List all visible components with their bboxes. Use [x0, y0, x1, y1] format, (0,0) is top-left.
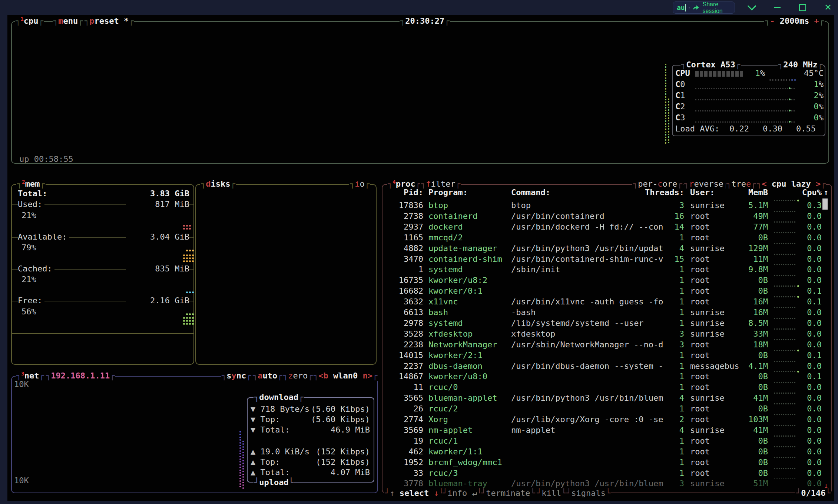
- sort-next-icon[interactable]: >: [816, 179, 821, 189]
- footer-kill-button[interactable]: ┘kill└: [536, 488, 567, 498]
- process-pid: 462: [382, 446, 423, 457]
- preset-button[interactable]: ┐preset *┌: [84, 16, 134, 26]
- process-program: xfdesktop: [428, 328, 473, 339]
- process-row[interactable]: 3569nm-appletnm-applet4sunrise41M0.0: [0, 425, 832, 435]
- process-user: root: [690, 350, 710, 361]
- process-row[interactable]: 2237dbus-daemon/usr/bin/dbus-daemon --sy…: [0, 361, 832, 371]
- process-cpu: 0.0: [793, 328, 822, 339]
- process-cpu: 0.3: [793, 200, 822, 211]
- proc-reverse-toggle[interactable]: ┐reverse┌: [683, 179, 729, 189]
- process-row[interactable]: 16735kworker/u8:21root0B0.0: [0, 275, 832, 286]
- sort-prev-icon[interactable]: <: [762, 179, 766, 189]
- process-mem-graph: [774, 414, 795, 415]
- process-program: nm-applet: [428, 425, 473, 435]
- proc-box-title[interactable]: ┐4proc┌: [387, 179, 421, 189]
- update-interval-control[interactable]: ┐- 2000ms +┌: [764, 16, 825, 26]
- disks-box-title[interactable]: ┐disks┌: [200, 179, 236, 189]
- share-session-label: Share session: [702, 1, 731, 14]
- net-auto-toggle[interactable]: ┐auto┌: [252, 371, 283, 381]
- core-usage-graph: [695, 88, 795, 89]
- proc-filter-button[interactable]: ┐filter┌: [420, 179, 461, 189]
- net-sync-toggle[interactable]: ┐sync┌: [221, 371, 252, 381]
- footer-info-button[interactable]: ┘info ↵└: [442, 488, 483, 498]
- process-cpu: 0.0: [793, 435, 822, 446]
- process-user: root: [690, 264, 710, 275]
- share-session-button[interactable]: au Share session: [673, 1, 735, 14]
- process-row[interactable]: 4882update-manager/usr/bin/python3 /usr/…: [0, 243, 832, 254]
- window-maximize-icon[interactable]: [797, 2, 808, 13]
- process-row[interactable]: 11rcuc/01root0B0.0: [0, 382, 832, 393]
- process-mem: 41M: [729, 425, 768, 435]
- net-zero-toggle[interactable]: ┐zero┌: [282, 371, 314, 381]
- process-mem: 11M: [729, 254, 768, 264]
- process-mem: 9.8M: [729, 264, 768, 275]
- process-mem: 0B: [729, 382, 768, 393]
- process-pid: 2238: [382, 339, 423, 350]
- process-user: sunrise: [690, 200, 725, 211]
- window-menu-chevron-icon[interactable]: [746, 2, 757, 13]
- disks-io-toggle[interactable]: ┐io┌: [349, 179, 370, 189]
- process-threads: 1: [652, 286, 684, 296]
- process-row[interactable]: 3528xfdesktopxfdesktop3sunrise33M0.0: [0, 328, 832, 339]
- interval-decrease-icon[interactable]: -: [770, 16, 780, 26]
- process-user: root: [690, 446, 710, 457]
- proc-sort-selector[interactable]: ┐< cpu lazy >┌: [756, 179, 826, 189]
- process-row[interactable]: 2238NetworkManager/usr/sbin/NetworkManag…: [0, 339, 832, 350]
- proc-selection-count: ┘0/146└: [795, 488, 831, 498]
- footer-select-control[interactable]: ┘↑ select ↓└: [384, 488, 444, 498]
- footer-signals-button[interactable]: ┘signals└: [566, 488, 611, 498]
- process-row[interactable]: 6613bash-bash1sunrise16M0.0: [0, 307, 832, 318]
- process-threads: 16: [652, 211, 684, 221]
- process-row[interactable]: 17836btopbtop3sunrise5.1M0.3: [0, 200, 832, 211]
- net-interface-switcher[interactable]: ┐<b wlan0 n>┌: [313, 371, 378, 381]
- process-pid: 11: [382, 382, 423, 393]
- proc-percore-toggle[interactable]: ┐per-core┌: [632, 179, 683, 189]
- cpu-box-title[interactable]: ┐1cpu┌: [15, 16, 44, 26]
- window-minimize-icon[interactable]: [772, 2, 783, 13]
- process-program: containerd-shim: [428, 254, 502, 264]
- process-pid: 2738: [382, 211, 423, 221]
- process-row[interactable]: 1systemd/sbin/init1root9.8M0.0: [0, 264, 832, 275]
- process-command: /usr/bin/python3 /usr/bin/bluem: [511, 393, 663, 403]
- process-row[interactable]: 1165mmcqd/21root0B0.0: [0, 232, 832, 243]
- process-row[interactable]: 2937dockerd/usr/bin/dockerd -H fd:// --c…: [0, 221, 832, 232]
- process-mem-graph: [774, 328, 795, 330]
- process-row[interactable]: 2774Xorg/usr/lib/xorg/Xorg -core :0 -se2…: [0, 414, 832, 425]
- process-user: root: [690, 232, 710, 243]
- process-row[interactable]: 3565blueman-applet/usr/bin/python3 /usr/…: [0, 393, 832, 403]
- core-percent: 2%: [801, 90, 824, 101]
- share-icon: [692, 4, 700, 11]
- process-cpu: 0.1: [793, 286, 822, 296]
- process-row[interactable]: 26rcuc/21root0B0.0: [0, 403, 832, 414]
- footer-terminate-button[interactable]: ┘terminate└: [480, 488, 536, 498]
- process-row[interactable]: 462kworker/1:11root0B0.0: [0, 446, 832, 457]
- process-row[interactable]: 3778blueman-tray/usr/bin/python3 /usr/bi…: [0, 478, 832, 489]
- mem-box-title[interactable]: ┐2mem┌: [16, 179, 46, 189]
- process-row[interactable]: 19rcuc/11root0B0.0: [0, 435, 832, 446]
- process-row[interactable]: 14867kworker/u8:01root0B0.1: [0, 371, 832, 382]
- process-threads: 1: [652, 318, 684, 328]
- process-mem-graph: [774, 468, 795, 469]
- process-pid: 17836: [382, 200, 423, 211]
- process-mem-graph: [774, 339, 795, 340]
- process-command: /usr/bin/dbus-daemon --system -: [511, 361, 663, 371]
- process-mem-graph: [774, 371, 795, 372]
- interval-increase-icon[interactable]: +: [809, 16, 819, 26]
- menu-button[interactable]: ┐menu┌: [53, 16, 84, 26]
- process-pid: 1165: [382, 232, 423, 243]
- load-avg-15: 0.55: [796, 124, 816, 134]
- header-command[interactable]: Command:: [511, 187, 550, 198]
- process-row[interactable]: 3632x11vnc/usr/bin/x11vnc -auth guess -f…: [0, 296, 832, 307]
- net-box-title[interactable]: ┐3net┌: [16, 371, 45, 381]
- process-mem: 16M: [729, 296, 768, 307]
- window-close-icon[interactable]: ✕: [822, 2, 834, 13]
- process-row[interactable]: 2978systemd/lib/systemd/systemd --user1s…: [0, 318, 832, 328]
- process-row[interactable]: 2738containerd/usr/bin/containerd16root4…: [0, 211, 832, 221]
- process-row[interactable]: 1952brcmf_wdog/mmc11root0B0.0: [0, 457, 832, 468]
- proc-tree-toggle[interactable]: ┐tree┌: [726, 179, 757, 189]
- net-ip-address: ┐192.168.1.11┌: [45, 371, 115, 381]
- process-row[interactable]: 16682kworker/0:11root0B0.1: [0, 286, 832, 296]
- process-row[interactable]: 14015kworker/2:11root0B0.1: [0, 350, 832, 361]
- process-row[interactable]: 33rcuc/31root0B0.0: [0, 468, 832, 478]
- process-row[interactable]: 3470containerd-shim/usr/bin/containerd-s…: [0, 254, 832, 264]
